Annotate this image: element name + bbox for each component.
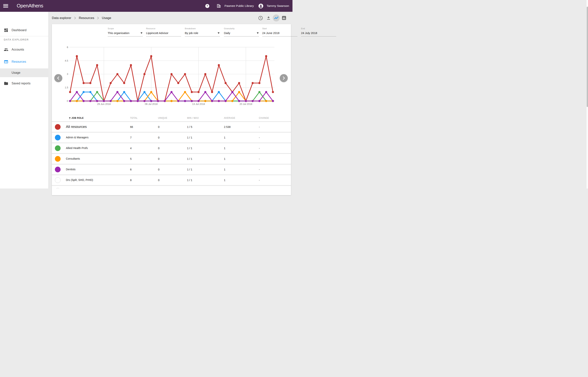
bar-chart-view-button[interactable] [282, 12, 286, 24]
chart-point-series-0[interactable] [89, 82, 91, 84]
chart-point-series-3[interactable] [171, 100, 173, 102]
chart-point-series-0[interactable] [272, 91, 274, 93]
chart-point-series-4[interactable] [211, 100, 213, 102]
chart-point-series-4[interactable] [272, 100, 274, 102]
chart-point-series-0[interactable] [191, 91, 193, 93]
chart-point-series-0[interactable] [96, 64, 98, 66]
table-row[interactable]: Admin & Managers701 / 11- [52, 133, 291, 142]
line-chart-view-button[interactable] [273, 12, 280, 24]
breakdown-select[interactable]: By job role [185, 31, 220, 36]
chart-point-series-4[interactable] [130, 100, 132, 102]
chart-point-series-0[interactable] [69, 91, 71, 93]
column-header-change[interactable]: CHANGE [259, 117, 269, 119]
chart-point-series-4[interactable] [204, 91, 207, 93]
sidebar-item-resources[interactable]: Resources [0, 57, 48, 66]
user-name[interactable]: Tammy Swanson [267, 0, 289, 12]
chart-point-series-3[interactable] [231, 100, 233, 102]
chart-point-series-0[interactable] [83, 82, 85, 84]
chart-point-series-3[interactable] [238, 91, 240, 93]
chart-point-series-3[interactable] [265, 100, 267, 102]
chart-next-button[interactable] [280, 74, 288, 82]
chart-point-series-4[interactable] [171, 91, 173, 93]
chart-point-series-0[interactable] [238, 82, 240, 84]
chart-point-series-4[interactable] [265, 91, 267, 93]
chart-point-series-0[interactable] [171, 73, 173, 75]
chart-point-series-4[interactable] [231, 91, 233, 93]
table-row[interactable]: Drs (SpR, SHO, PrHO)801 / 11- [52, 175, 291, 185]
chart-point-series-3[interactable] [184, 91, 186, 93]
chart-point-series-4[interactable] [252, 100, 254, 102]
chart-point-series-0[interactable] [265, 55, 267, 57]
chart-point-series-2[interactable] [96, 91, 98, 93]
chart-point-series-0[interactable] [123, 82, 125, 84]
chart-point-series-4[interactable] [103, 100, 105, 102]
column-header-unique[interactable]: UNIQUE [158, 117, 167, 119]
download-button[interactable] [266, 12, 271, 24]
column-header-average[interactable]: AVERAGE [224, 117, 235, 119]
chart-point-series-4[interactable] [137, 100, 139, 102]
chart-point-series-0[interactable] [258, 82, 260, 84]
chart-point-series-0[interactable] [224, 82, 227, 84]
chart-point-series-4[interactable] [177, 100, 179, 102]
chart-point-series-0[interactable] [211, 91, 213, 93]
table-row[interactable]: Allied Health Profs401 / 11- [52, 143, 291, 153]
chart-point-series-0[interactable] [130, 64, 132, 66]
chart-point-series-4[interactable] [110, 100, 112, 102]
chart-point-series-0[interactable] [197, 91, 200, 93]
chart-point-series-1[interactable] [83, 91, 85, 93]
chart-point-series-4[interactable] [89, 100, 91, 102]
chart-point-series-0[interactable] [218, 64, 220, 66]
chart-point-series-4[interactable] [238, 100, 240, 102]
scope-select[interactable]: This organisation [108, 31, 143, 36]
chart-point-series-1[interactable] [89, 91, 91, 93]
table-row[interactable]: Consultants501 / 11- [52, 154, 291, 164]
chart-point-series-0[interactable] [252, 82, 254, 84]
chart-point-series-4[interactable] [224, 100, 227, 102]
user-menu[interactable] [258, 0, 264, 12]
breadcrumb-data-explorer[interactable]: Data explorer [52, 16, 71, 20]
chart-point-series-0[interactable] [150, 55, 152, 57]
chart-point-series-4[interactable] [157, 100, 159, 102]
chart-point-series-4[interactable] [83, 100, 85, 102]
breadcrumb-resources[interactable]: Resources [79, 16, 94, 20]
column-header-total[interactable]: TOTAL [130, 117, 138, 119]
chart-point-series-4[interactable] [245, 100, 247, 102]
history-button[interactable] [258, 12, 263, 24]
chart-point-series-0[interactable] [204, 73, 207, 75]
chart-point-series-3[interactable] [116, 100, 118, 102]
chart-point-series-3[interactable] [150, 91, 152, 93]
organisation-switcher[interactable] [217, 0, 221, 12]
table-row[interactable]: All resources6601 / 52.538- [52, 122, 291, 132]
chart-point-series-2[interactable] [258, 91, 260, 93]
menu-icon[interactable] [3, 4, 8, 8]
chart-point-series-0[interactable] [110, 82, 112, 84]
chart-point-series-4[interactable] [69, 100, 71, 102]
help-button[interactable]: ? [205, 0, 209, 12]
chart-point-series-4[interactable] [116, 91, 118, 93]
organisation-name[interactable]: Pawnee Public Library [224, 0, 254, 12]
chart-point-series-3[interactable] [204, 100, 207, 102]
start-date-input[interactable]: 24 June 2018 [262, 31, 294, 36]
sidebar-item-accounts[interactable]: Accounts [0, 45, 48, 54]
chart-point-series-0[interactable] [116, 73, 118, 75]
chart-point-series-1[interactable] [123, 91, 125, 93]
chart-point-series-4[interactable] [96, 100, 98, 102]
chart-point-series-0[interactable] [177, 82, 179, 84]
chart-point-series-1[interactable] [143, 91, 146, 93]
chart-point-series-4[interactable] [218, 100, 220, 102]
breadcrumb-usage[interactable]: Usage [102, 16, 111, 20]
table-row[interactable]: Dentists601 / 11- [52, 165, 291, 175]
granularity-select[interactable]: Daily [224, 31, 259, 36]
chart-point-series-4[interactable] [197, 100, 200, 102]
column-header-min-max[interactable]: MIN / MAX [187, 117, 199, 119]
chart-prev-button[interactable] [54, 74, 62, 82]
chart-point-series-4[interactable] [76, 91, 78, 93]
chart-point-series-0[interactable] [76, 55, 78, 57]
chart-point-series-4[interactable] [150, 100, 152, 102]
chart-point-series-4[interactable] [164, 100, 166, 102]
resource-input[interactable]: Lippincott Advisor [146, 31, 181, 36]
chart-point-series-0[interactable] [184, 73, 186, 75]
chart-point-series-0[interactable] [143, 73, 146, 75]
usage-line-chart[interactable]: 01.534.5629 Jun 201806 Jul 201813 Jul 20… [52, 44, 291, 109]
sidebar-item-saved-reports[interactable]: Saved reports [0, 79, 48, 88]
